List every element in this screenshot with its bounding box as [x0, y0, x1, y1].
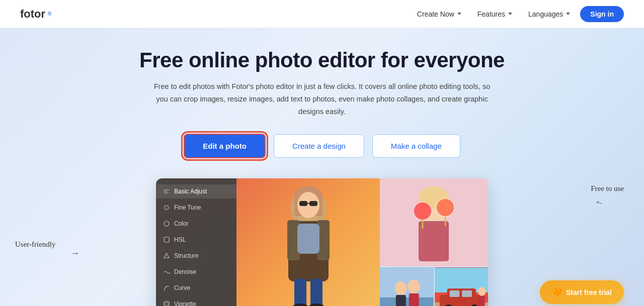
hero-description: Free to edit photos with Fotor's photo e… — [151, 80, 493, 118]
svg-rect-45 — [449, 290, 459, 297]
svg-rect-11 — [297, 224, 319, 254]
sidebar-item-label: Color — [174, 220, 189, 227]
hero-buttons: Edit a photo Create a design Make a coll… — [184, 134, 460, 158]
chevron-down-icon — [508, 13, 512, 15]
svg-rect-21 — [309, 201, 317, 206]
svg-point-49 — [477, 287, 486, 296]
editor-sidebar: Basic Adjust Fine Tune Color — [156, 178, 236, 306]
svg-rect-35 — [380, 297, 434, 306]
hsl-icon — [163, 236, 170, 243]
svg-point-0 — [165, 206, 169, 210]
logo-text: fotor — [20, 8, 45, 21]
create-design-button[interactable]: Create a design — [274, 134, 364, 158]
svg-rect-39 — [409, 293, 419, 306]
make-collage-button[interactable]: Make a collage — [372, 134, 460, 158]
svg-rect-12 — [294, 279, 306, 306]
sidebar-item-label: Fine Tune — [174, 204, 201, 211]
features-button[interactable]: Features — [471, 7, 518, 21]
svg-rect-37 — [396, 295, 406, 306]
car-svg — [435, 267, 489, 306]
sidebar-denoise[interactable]: Denoise — [156, 265, 236, 279]
svg-point-1 — [164, 221, 169, 226]
denoise-icon — [163, 268, 170, 275]
collage-couple-photo — [380, 267, 434, 306]
lollipop-girl — [380, 178, 488, 266]
sidebar-structure[interactable]: Structure — [156, 249, 236, 263]
svg-point-36 — [395, 281, 407, 295]
svg-rect-34 — [380, 267, 434, 297]
signin-button[interactable]: Sign in — [580, 6, 624, 22]
person-silhouette — [258, 181, 359, 306]
user-friendly-label: User-friendly — [15, 240, 56, 249]
collage-car-photo — [435, 267, 489, 306]
arrow-icon: → — [70, 248, 79, 259]
structure-icon — [163, 252, 170, 259]
preview-card: Basic Adjust Fine Tune Color — [156, 178, 488, 306]
svg-rect-5 — [165, 302, 168, 305]
sidebar-basic-adjust[interactable]: Basic Adjust — [156, 184, 236, 198]
svg-rect-20 — [299, 201, 307, 206]
sidebar-fine-tune[interactable]: Fine Tune — [156, 200, 236, 215]
svg-rect-2 — [164, 237, 169, 242]
lollipop-person-bg — [380, 178, 488, 266]
sidebar-item-label: HSL — [174, 236, 186, 243]
nav-right: Create Now Features Languages Sign in — [411, 6, 624, 22]
svg-rect-46 — [462, 290, 472, 297]
chevron-down-icon — [457, 13, 461, 15]
trial-button-label: Start free trial — [566, 288, 612, 296]
logo-superscript: ® — [48, 11, 51, 17]
preview-area: Free to use ← User-friendly → Basic Adju… — [0, 178, 644, 306]
arrow-icon: ← — [593, 196, 605, 210]
create-now-button[interactable]: Create Now — [411, 7, 467, 21]
svg-rect-13 — [310, 279, 323, 306]
sidebar-item-label: Curve — [174, 284, 190, 291]
svg-marker-3 — [164, 253, 169, 258]
logo: fotor® — [20, 8, 51, 21]
vignette-icon — [163, 300, 170, 306]
collage-bottom-row — [380, 267, 488, 306]
svg-rect-50 — [478, 296, 485, 306]
start-free-trial-button[interactable]: 🧡 Start free trial — [540, 280, 624, 304]
sidebar-item-label: Vignette — [174, 300, 196, 306]
finetune-icon — [163, 204, 170, 211]
svg-rect-4 — [164, 301, 169, 306]
hero-section: Free online photo editor for everyone Fr… — [0, 28, 644, 306]
sidebar-item-label: Basic Adjust — [174, 188, 207, 195]
color-icon — [163, 220, 170, 227]
couple-svg — [380, 267, 434, 306]
hero-title: Free online photo editor for everyone — [139, 48, 505, 72]
sidebar-vignette[interactable]: Vignette — [156, 297, 236, 306]
sidebar-hsl[interactable]: HSL — [156, 233, 236, 247]
sidebar-color[interactable]: Color — [156, 217, 236, 231]
collage-top-photo — [380, 178, 488, 266]
curve-icon — [163, 284, 170, 291]
sliders-icon — [163, 188, 170, 195]
edit-photo-button[interactable]: Edit a photo — [184, 134, 266, 158]
languages-button[interactable]: Languages — [522, 7, 576, 21]
heart-icon: 🧡 — [552, 287, 562, 297]
sidebar-item-label: Structure — [174, 252, 199, 259]
navbar: fotor® Create Now Features Languages Sig… — [0, 0, 644, 28]
collage-right — [380, 178, 488, 306]
free-to-use-label: Free to use — [591, 184, 624, 193]
chevron-down-icon — [566, 13, 570, 15]
sidebar-curve[interactable]: Curve — [156, 281, 236, 295]
sidebar-item-label: Denoise — [174, 268, 196, 275]
svg-point-38 — [408, 279, 420, 293]
main-photo-area — [236, 178, 380, 306]
